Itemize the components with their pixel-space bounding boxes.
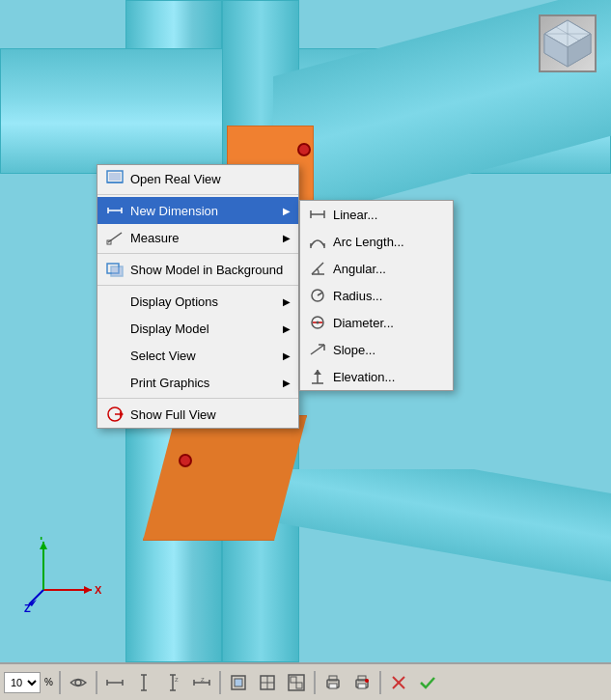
svg-line-34 xyxy=(312,263,323,274)
menu-label-show-full-view: Show Full View xyxy=(130,407,291,422)
frame-icon xyxy=(230,674,247,691)
submenu-item-elevation[interactable]: Elevation... xyxy=(300,363,453,390)
ruler-ht-icon: Z xyxy=(193,674,210,691)
menu-separator-3 xyxy=(97,285,298,286)
tb-btn-ruler-vt[interactable]: Z xyxy=(159,669,186,696)
context-menu: Open Real View New Dimension ▶ xyxy=(97,164,299,429)
new-dimension-icon xyxy=(105,201,125,220)
arc-length-icon xyxy=(308,232,327,251)
menu-item-open-real-view[interactable]: Open Real View xyxy=(97,165,298,192)
menu-separator-4 xyxy=(97,398,298,399)
submenu-label-radius: Radius... xyxy=(333,289,382,303)
submenu-arrow-print-graphics: ▶ xyxy=(283,378,291,388)
submenu-arrow-display-model: ▶ xyxy=(283,323,291,334)
svg-text:Z: Z xyxy=(201,677,205,683)
display-options-icon xyxy=(105,292,125,311)
tb-btn-check[interactable] xyxy=(414,669,441,696)
radius-icon xyxy=(308,286,327,305)
close-icon xyxy=(390,674,407,691)
submenu-label-diameter: Diameter... xyxy=(333,316,394,330)
menu-item-display-model[interactable]: Display Model ▶ xyxy=(97,315,298,342)
tb-btn-ruler-v[interactable] xyxy=(130,669,157,696)
tb-btn-ruler-h[interactable] xyxy=(101,669,128,696)
menu-label-measure: Measure xyxy=(130,231,279,245)
show-model-bg-icon xyxy=(105,260,125,279)
menu-separator-2 xyxy=(97,253,298,254)
submenu-label-angular: Angular... xyxy=(333,262,386,276)
open-real-view-icon xyxy=(105,169,125,188)
svg-marker-8 xyxy=(84,586,92,594)
submenu-label-arc-length: Arc Length... xyxy=(333,235,404,249)
submenu-label-linear: Linear... xyxy=(333,208,377,222)
check-icon xyxy=(419,674,436,691)
submenu-arrow-display-options: ▶ xyxy=(283,296,291,307)
printer-icon xyxy=(324,674,342,691)
coordinate-axes: X Y Z xyxy=(24,537,101,614)
tb-btn-printer2[interactable] xyxy=(348,669,375,696)
toolbar-sep-4 xyxy=(314,671,316,694)
svg-rect-68 xyxy=(291,677,296,683)
red-dot-lower xyxy=(179,454,192,467)
menu-label-display-options: Display Options xyxy=(130,294,279,309)
menu-item-display-options[interactable]: Display Options ▶ xyxy=(97,288,298,315)
select-view-icon xyxy=(105,346,125,365)
tb-btn-box3[interactable] xyxy=(283,669,310,696)
red-dot-upper xyxy=(297,143,311,156)
cube-nav-icon xyxy=(541,16,595,70)
svg-rect-71 xyxy=(329,684,337,688)
svg-point-40 xyxy=(317,322,319,324)
printer2-icon xyxy=(353,674,371,691)
zoom-select[interactable]: 10 25 50 75 100 xyxy=(4,672,41,693)
menu-item-print-graphics[interactable]: Print Graphics ▶ xyxy=(97,369,298,396)
submenu-item-angular[interactable]: Angular... xyxy=(300,255,453,282)
submenu-item-radius[interactable]: Radius... xyxy=(300,282,453,309)
submenu-item-slope[interactable]: Slope... xyxy=(300,336,453,363)
svg-rect-69 xyxy=(296,683,302,688)
cube-navigator[interactable] xyxy=(539,14,597,72)
display-model-icon xyxy=(105,319,125,338)
tb-btn-box2[interactable] xyxy=(254,669,281,696)
tb-btn-box1[interactable] xyxy=(225,669,252,696)
submenu-item-arc-length[interactable]: Arc Length... xyxy=(300,228,453,255)
menu-item-new-dimension[interactable]: New Dimension ▶ xyxy=(97,197,298,224)
slope-icon xyxy=(308,340,327,359)
svg-text:Z: Z xyxy=(175,677,179,683)
svg-rect-17 xyxy=(109,173,121,181)
submenu-label-slope: Slope... xyxy=(333,343,375,357)
svg-line-37 xyxy=(318,293,322,295)
menu-item-show-full-view[interactable]: Show Full View xyxy=(97,401,298,428)
submenu-new-dimension: Linear... Arc Length... xyxy=(299,200,454,391)
menu-item-select-view[interactable]: Select View ▶ xyxy=(97,342,298,369)
svg-text:Y: Y xyxy=(38,537,45,542)
frame2-icon xyxy=(259,674,276,691)
3d-viewport: X Y Z Open Real View xyxy=(0,0,611,662)
menu-label-open-real-view: Open Real View xyxy=(130,172,291,186)
menu-label-display-model: Display Model xyxy=(130,322,279,336)
menu-label-show-model-bg: Show Model in Background xyxy=(130,263,291,277)
menu-label-select-view: Select View xyxy=(130,349,279,363)
toolbar: 10 25 50 75 100 % xyxy=(0,662,611,700)
toolbar-sep-3 xyxy=(219,671,221,694)
print-graphics-icon xyxy=(105,373,125,392)
svg-point-76 xyxy=(365,679,369,683)
toolbar-sep-1 xyxy=(59,671,61,694)
tb-btn-printer[interactable] xyxy=(319,669,347,696)
submenu-item-diameter[interactable]: Diameter... xyxy=(300,309,453,336)
tb-btn-close[interactable] xyxy=(385,669,412,696)
angular-icon xyxy=(308,259,327,278)
svg-rect-63 xyxy=(235,679,242,686)
svg-line-13 xyxy=(29,590,43,604)
submenu-arrow-measure: ▶ xyxy=(283,233,291,243)
menu-item-measure[interactable]: Measure ▶ xyxy=(97,224,298,251)
svg-marker-45 xyxy=(314,370,321,375)
menu-item-show-model-bg[interactable]: Show Model in Background xyxy=(97,256,298,283)
ruler-v-icon xyxy=(135,674,153,691)
ruler-h-icon xyxy=(106,674,124,691)
toolbar-sep-2 xyxy=(96,671,97,694)
tb-btn-view[interactable] xyxy=(65,669,92,696)
frame3-icon xyxy=(288,674,305,691)
submenu-item-linear[interactable]: Linear... xyxy=(300,201,453,228)
tb-btn-ruler-ht[interactable]: Z xyxy=(188,669,215,696)
submenu-arrow-select-view: ▶ xyxy=(283,350,291,361)
menu-label-print-graphics: Print Graphics xyxy=(130,376,279,390)
